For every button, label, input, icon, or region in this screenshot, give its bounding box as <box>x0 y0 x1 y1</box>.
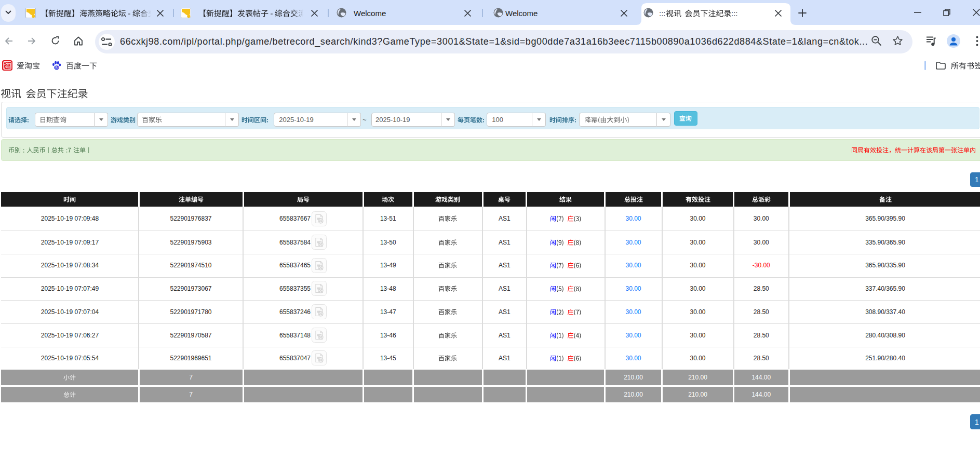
svg-text:du: du <box>55 65 59 69</box>
